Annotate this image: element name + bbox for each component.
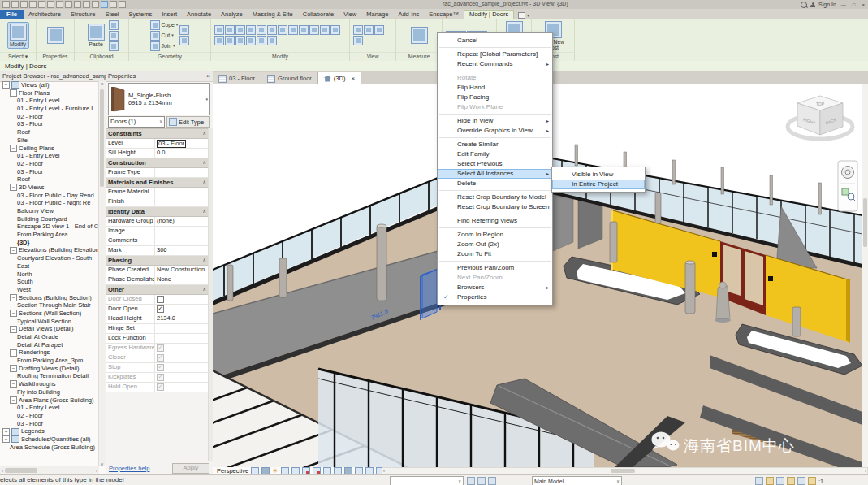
view-tab-ground-floor[interactable]: Ground floor <box>261 72 318 84</box>
search-icon[interactable] <box>801 2 807 8</box>
tab-file[interactable]: File <box>0 10 24 19</box>
select-underlay-icon[interactable] <box>766 477 774 485</box>
checkbox-closer[interactable]: ✓ <box>157 354 164 362</box>
panel-label-properties[interactable]: Properties <box>37 52 74 61</box>
tree-item[interactable]: Roofing Termination Detail <box>0 372 99 380</box>
property-group-materials-and-finishes[interactable]: Materials and Finishes∧ <box>106 178 209 188</box>
checkbox-kickplates[interactable]: ✓ <box>157 374 164 381</box>
tab-massing-site[interactable]: Massing & Site <box>248 10 298 19</box>
print-icon[interactable] <box>47 1 54 8</box>
menu-item-previous-pan-zoom[interactable]: Previous Pan/Zoom <box>438 263 552 273</box>
tree-item[interactable]: Area Schedule (Gross Building) <box>0 444 99 452</box>
view-tab-close-icon[interactable]: × <box>348 72 355 84</box>
paint-icon[interactable] <box>179 25 189 35</box>
close-hidden-windows-icon[interactable] <box>110 1 117 8</box>
tree-item[interactable]: From Parking Area <box>0 231 99 239</box>
tree-item[interactable]: Roof <box>0 175 99 184</box>
tree-item[interactable]: −3D Views <box>0 184 99 192</box>
tree-item[interactable]: 02 - Floor <box>0 412 99 420</box>
split-element-icon[interactable] <box>288 25 298 35</box>
tab-add-ins[interactable]: Add-Ins <box>393 10 424 19</box>
tree-item[interactable]: Balcony View <box>0 207 99 215</box>
paste-button[interactable]: Paste <box>85 22 107 49</box>
tree-item[interactable]: Fly into Building <box>0 388 99 396</box>
menu-item-hide-in-view[interactable]: Hide in View▸ <box>438 116 552 126</box>
delete-icon[interactable] <box>235 36 245 45</box>
property-group-other[interactable]: Other∧ <box>106 285 209 295</box>
menu-item-repeat-global-parameters-[interactable]: Repeat [Global Parameters] <box>438 50 552 59</box>
tab-systems[interactable]: Systems <box>124 10 158 19</box>
collapse-icon[interactable]: − <box>10 184 17 191</box>
trim-multiple-icon[interactable] <box>267 36 277 45</box>
collapse-icon[interactable]: − <box>10 326 17 333</box>
linework-icon[interactable] <box>374 25 384 35</box>
properties-close-icon[interactable]: × <box>205 71 210 81</box>
tree-item[interactable]: −Ceiling Plans <box>0 145 99 153</box>
cut-icon[interactable] <box>109 20 119 30</box>
rotate-icon[interactable] <box>235 25 245 35</box>
displaced-elements-icon[interactable] <box>355 467 363 475</box>
menu-item-properties[interactable]: Properties✓ <box>438 292 552 302</box>
checkbox-hold-open[interactable]: ✓ <box>157 383 164 391</box>
scale-icon[interactable] <box>320 25 330 35</box>
tree-item[interactable]: +Legends <box>0 427 99 435</box>
switch-windows-icon[interactable] <box>119 1 126 8</box>
join-row[interactable]: Join▾ <box>150 41 179 51</box>
tree-item[interactable]: 01 - Entry Level <box>0 404 99 412</box>
property-value[interactable] <box>155 236 209 245</box>
scroll-right-icon[interactable]: › <box>865 468 866 474</box>
tree-item[interactable]: Enscape 3D view 1 - End of C <box>0 223 99 231</box>
displace-elements-icon[interactable] <box>353 36 363 45</box>
menu-item-find-referring-views[interactable]: Find Referring Views <box>438 216 552 226</box>
checkbox-door-closed[interactable] <box>157 296 164 303</box>
tree-item[interactable]: Detail At Parapet <box>0 341 99 349</box>
tree-item[interactable]: {3D} <box>0 239 99 247</box>
scroll-up-icon[interactable]: ∧ <box>101 81 104 86</box>
trim-extend-icon[interactable] <box>330 25 340 35</box>
property-value[interactable] <box>155 227 209 236</box>
show-crop-region-icon[interactable] <box>313 467 321 475</box>
panel-label-select[interactable]: Select ▾ <box>0 52 36 61</box>
tab-collaborate[interactable]: Collaborate <box>298 10 339 19</box>
window-maximize-button[interactable]: □ <box>851 2 857 7</box>
editable-only-icon[interactable] <box>467 477 475 485</box>
tree-item[interactable]: −Elevations (Building Elevation) <box>0 246 99 254</box>
measure-icon[interactable] <box>56 1 63 8</box>
property-value[interactable]: 0.0 <box>155 149 209 158</box>
property-value[interactable]: (none) <box>155 217 209 226</box>
property-value[interactable] <box>155 197 209 206</box>
tree-item[interactable]: Courtyard Elevation - South <box>0 254 99 262</box>
property-value-text[interactable]: 03 - Floor <box>157 140 186 148</box>
menu-item-flip-work-plane[interactable]: Flip Work Plane <box>438 102 552 112</box>
menu-item-cancel[interactable]: Cancel <box>438 36 552 45</box>
tree-item[interactable]: Detail At Grade <box>0 333 99 341</box>
scroll-left-icon[interactable]: ‹ <box>383 468 385 474</box>
shadows-off-icon[interactable] <box>281 467 289 475</box>
tree-item[interactable]: North <box>0 271 99 279</box>
apply-button[interactable]: Apply <box>172 463 209 474</box>
tree-item[interactable]: 03 - Floor <box>0 168 99 176</box>
save-icon[interactable] <box>20 1 28 8</box>
collapse-icon[interactable]: − <box>2 435 10 443</box>
split-with-gap-icon[interactable] <box>299 25 309 35</box>
menu-item-rotate[interactable]: Rotate <box>438 73 552 83</box>
tab-manage[interactable]: Manage <box>361 10 393 19</box>
tab-enscape-[interactable]: Enscape™ <box>424 10 464 19</box>
tab-analyze[interactable]: Analyze <box>216 10 248 19</box>
menu-item-zoom-to-fit[interactable]: Zoom To Fit <box>438 249 552 259</box>
tree-item[interactable]: −Renderings <box>0 349 99 357</box>
thin-lines-icon[interactable] <box>101 1 108 8</box>
property-value[interactable]: ✓ <box>155 344 209 353</box>
checkbox-door-open[interactable]: ✓ <box>157 305 164 313</box>
tree-item[interactable]: East <box>0 262 99 271</box>
property-value[interactable]: 03 - Floor <box>155 139 209 148</box>
property-value[interactable]: ✓ <box>155 305 209 314</box>
drag-on-selection-icon[interactable] <box>797 477 805 485</box>
select-pinned-icon[interactable] <box>776 477 784 485</box>
collapse-icon[interactable]: − <box>10 310 17 317</box>
modify-button[interactable]: Modify <box>7 22 29 49</box>
tab-view[interactable]: View <box>339 10 361 19</box>
mirror-pick-axis-icon[interactable] <box>267 25 277 35</box>
menu-item-flip-hand[interactable]: Flip Hand <box>438 83 552 93</box>
viewport-vscrollbar[interactable] <box>862 84 868 467</box>
